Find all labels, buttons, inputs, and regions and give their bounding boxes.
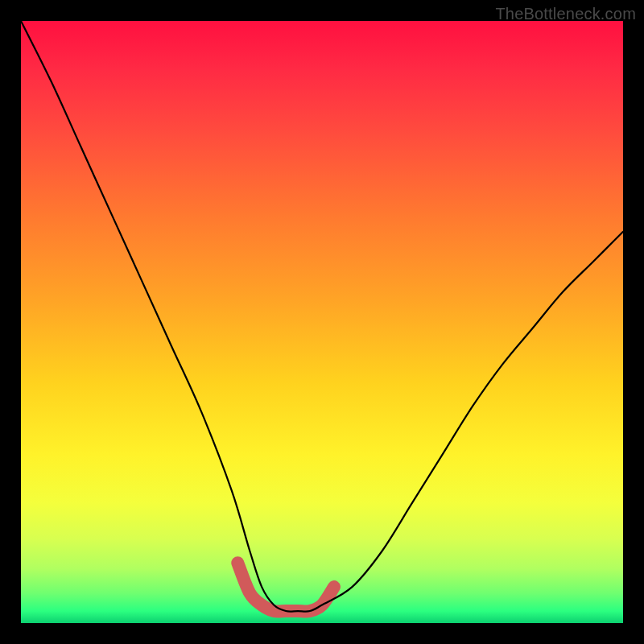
bottleneck-curve bbox=[21, 21, 623, 612]
chart-svg bbox=[21, 21, 623, 623]
optimal-zone-highlight bbox=[237, 563, 334, 611]
plot-area bbox=[21, 21, 623, 623]
chart-frame: TheBottleneck.com bbox=[0, 0, 644, 644]
